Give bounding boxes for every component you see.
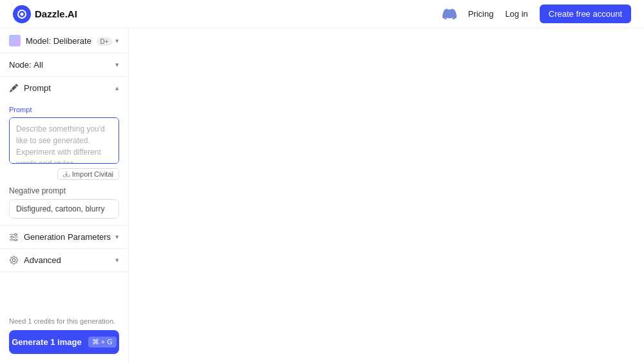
gen-params-label: Generation Parameters xyxy=(24,232,111,242)
prompt-header-row[interactable]: Prompt ▴ xyxy=(0,77,128,99)
neg-prompt-label: Negative prompt xyxy=(9,186,119,195)
model-row[interactable]: Model: Deliberate D+ ▾ xyxy=(0,28,128,53)
create-account-button[interactable]: Create free account xyxy=(540,5,631,23)
node-row[interactable]: Node: All ▾ xyxy=(0,54,128,76)
model-badge: D+ xyxy=(97,37,113,46)
gen-params-chevron: ▾ xyxy=(115,233,119,241)
node-row-left: Node: All xyxy=(9,60,43,70)
prompt-section: Prompt ▴ Prompt Import Civitai Negat xyxy=(0,77,128,226)
generate-shortcut: ⌘ + G xyxy=(88,337,117,348)
header-nav: Pricing Log in Create free account xyxy=(442,5,631,23)
prompt-header-left: Prompt xyxy=(9,83,51,93)
discord-icon[interactable] xyxy=(442,7,457,21)
import-row: Import Civitai xyxy=(9,168,119,180)
advanced-chevron: ▾ xyxy=(115,256,119,264)
pencil-icon xyxy=(9,83,19,93)
prompt-chevron: ▴ xyxy=(115,84,119,92)
generation-params-section: Generation Parameters ▾ xyxy=(0,226,128,249)
import-icon xyxy=(63,171,70,177)
model-section: Model: Deliberate D+ ▾ xyxy=(0,28,128,54)
gear-icon xyxy=(9,255,19,265)
sliders-icon xyxy=(9,232,19,242)
prompt-title: Prompt xyxy=(24,83,51,93)
logo-area: Dazzle.AI xyxy=(13,5,77,23)
node-label: Node: All xyxy=(9,60,43,70)
sidebar-footer: Need 1 credits for this generation. Gene… xyxy=(0,309,128,363)
sidebar: Model: Deliberate D+ ▾ Node: All ▾ xyxy=(0,28,129,363)
model-row-left: Model: Deliberate D+ xyxy=(9,35,113,46)
node-section: Node: All ▾ xyxy=(0,54,128,77)
login-link[interactable]: Log in xyxy=(505,9,527,19)
import-civitai-button[interactable]: Import Civitai xyxy=(57,168,119,180)
advanced-section: Advanced ▾ xyxy=(0,249,128,272)
generate-label: Generate 1 image xyxy=(12,337,81,347)
import-civitai-label: Import Civitai xyxy=(72,170,113,178)
prompt-body: Prompt Import Civitai Negative prompt xyxy=(0,99,128,225)
node-chevron: ▾ xyxy=(115,61,119,69)
advanced-row[interactable]: Advanced ▾ xyxy=(0,249,128,271)
neg-prompt-input[interactable] xyxy=(9,199,119,219)
gen-params-left: Generation Parameters xyxy=(9,232,111,242)
model-label: Model: Deliberate D+ xyxy=(26,36,113,46)
generate-button[interactable]: Generate 1 image ⌘ + G xyxy=(9,330,119,354)
logo-text: Dazzle.AI xyxy=(35,8,77,19)
model-chevron: ▾ xyxy=(115,37,119,45)
content-area xyxy=(129,28,644,363)
logo-icon xyxy=(13,5,31,23)
main-layout: Model: Deliberate D+ ▾ Node: All ▾ xyxy=(0,28,644,363)
generation-params-row[interactable]: Generation Parameters ▾ xyxy=(0,226,128,248)
svg-point-1 xyxy=(21,12,24,15)
credits-text: Need 1 credits for this generation. xyxy=(9,317,119,325)
header: Dazzle.AI Pricing Log in Create free acc… xyxy=(0,0,644,28)
model-thumbnail xyxy=(9,35,21,46)
prompt-field-label: Prompt xyxy=(9,106,119,113)
advanced-left: Advanced xyxy=(9,255,61,265)
advanced-label: Advanced xyxy=(24,255,61,265)
pricing-link[interactable]: Pricing xyxy=(468,9,494,19)
prompt-textarea[interactable] xyxy=(9,117,119,164)
